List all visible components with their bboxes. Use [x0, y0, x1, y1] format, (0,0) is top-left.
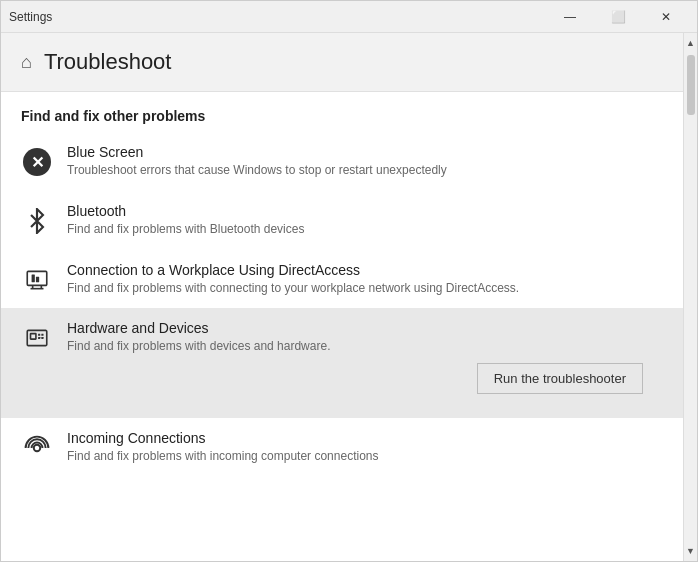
list-item[interactable]: ✕ Blue Screen Troubleshoot errors that c…	[1, 132, 683, 191]
item-desc: Find and fix problems with devices and h…	[67, 338, 663, 355]
item-desc: Find and fix problems with Bluetooth dev…	[67, 221, 663, 238]
bluetooth-icon	[21, 205, 53, 237]
item-text: Blue Screen Troubleshoot errors that cau…	[67, 144, 663, 179]
minimize-button[interactable]: —	[547, 2, 593, 32]
svg-rect-2	[36, 276, 39, 281]
item-desc: Troubleshoot errors that cause Windows t…	[67, 162, 663, 179]
bluescreen-circle-icon: ✕	[23, 148, 51, 176]
title-bar-text: Settings	[9, 10, 547, 24]
connection-icon	[21, 264, 53, 296]
svg-point-12	[34, 445, 41, 452]
list-item-hardware[interactable]: Hardware and Devices Find and fix proble…	[1, 308, 683, 418]
item-desc: Find and fix problems with connecting to…	[67, 280, 663, 297]
items-list: ✕ Blue Screen Troubleshoot errors that c…	[1, 132, 683, 561]
close-button[interactable]: ✕	[643, 2, 689, 32]
svg-rect-11	[41, 337, 43, 339]
home-icon[interactable]: ⌂	[21, 52, 32, 73]
section-title: Find and fix other problems	[1, 92, 683, 132]
incoming-icon	[21, 432, 53, 464]
item-text: Incoming Connections Find and fix proble…	[67, 430, 663, 465]
main-content: ⌂ Troubleshoot Find and fix other proble…	[1, 33, 683, 561]
item-text: Hardware and Devices Find and fix proble…	[67, 320, 663, 406]
item-text: Connection to a Workplace Using DirectAc…	[67, 262, 663, 297]
page-title: Troubleshoot	[44, 49, 172, 75]
svg-rect-10	[38, 337, 40, 339]
item-name: Connection to a Workplace Using DirectAc…	[67, 262, 663, 278]
scrollbar[interactable]: ▲ ▼	[683, 33, 697, 561]
bluescreen-icon: ✕	[21, 146, 53, 178]
svg-rect-7	[31, 334, 36, 339]
scrollbar-thumb[interactable]	[687, 55, 695, 115]
list-item[interactable]: Incoming Connections Find and fix proble…	[1, 418, 683, 477]
scroll-down-arrow[interactable]: ▼	[684, 543, 698, 559]
item-text: Bluetooth Find and fix problems with Blu…	[67, 203, 663, 238]
item-name: Bluetooth	[67, 203, 663, 219]
scroll-up-arrow[interactable]: ▲	[684, 35, 698, 51]
title-bar-controls: — ⬜ ✕	[547, 2, 689, 32]
list-item[interactable]: Connection to a Workplace Using DirectAc…	[1, 250, 683, 309]
run-btn-container: Run the troubleshooter	[67, 355, 663, 406]
svg-rect-8	[38, 334, 40, 336]
run-troubleshooter-button[interactable]: Run the troubleshooter	[477, 363, 643, 394]
settings-window: Settings — ⬜ ✕ ⌂ Troubleshoot Find and f…	[0, 0, 698, 562]
item-name: Hardware and Devices	[67, 320, 663, 336]
title-bar: Settings — ⬜ ✕	[1, 1, 697, 33]
list-item[interactable]: Bluetooth Find and fix problems with Blu…	[1, 191, 683, 250]
hardware-icon	[21, 322, 53, 354]
page-header: ⌂ Troubleshoot	[1, 33, 683, 92]
item-name: Blue Screen	[67, 144, 663, 160]
maximize-button[interactable]: ⬜	[595, 2, 641, 32]
item-desc: Find and fix problems with incoming comp…	[67, 448, 663, 465]
item-name: Incoming Connections	[67, 430, 663, 446]
svg-rect-9	[41, 334, 43, 336]
content-area: ⌂ Troubleshoot Find and fix other proble…	[1, 33, 697, 561]
svg-rect-1	[32, 274, 35, 282]
